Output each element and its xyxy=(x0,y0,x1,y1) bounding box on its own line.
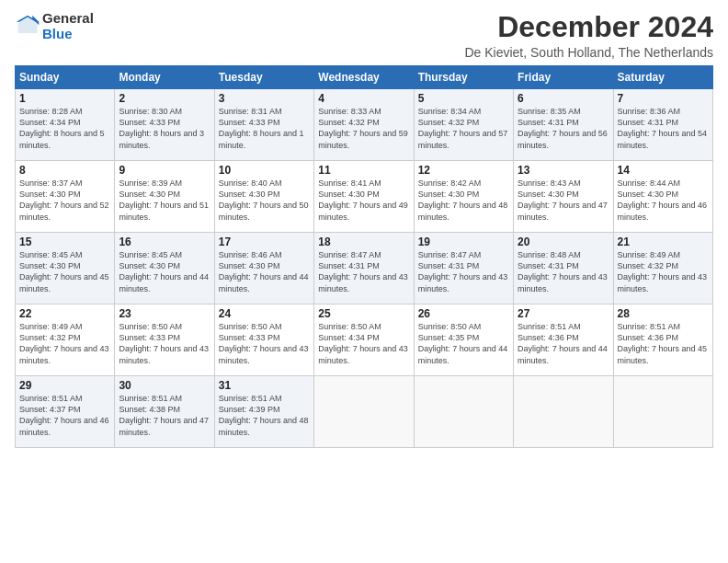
day-info: Sunrise: 8:50 AM Sunset: 4:33 PM Dayligh… xyxy=(219,321,310,366)
day-info: Sunrise: 8:45 AM Sunset: 4:30 PM Dayligh… xyxy=(19,249,110,294)
day-number: 5 xyxy=(418,92,509,105)
daylight: Daylight: 7 hours and 43 minutes. xyxy=(19,344,109,364)
daylight: Daylight: 7 hours and 46 minutes. xyxy=(19,416,109,436)
day-cell: 3 Sunrise: 8:31 AM Sunset: 4:33 PM Dayli… xyxy=(214,89,313,161)
day-number: 28 xyxy=(618,307,709,320)
sunset: Sunset: 4:32 PM xyxy=(418,118,480,127)
day-cell: 17 Sunrise: 8:46 AM Sunset: 4:30 PM Dayl… xyxy=(214,233,313,304)
day-cell: 1 Sunrise: 8:28 AM Sunset: 4:34 PM Dayli… xyxy=(16,89,115,161)
day-cell: 27 Sunrise: 8:51 AM Sunset: 4:36 PM Dayl… xyxy=(514,304,613,376)
header-monday: Monday xyxy=(115,66,214,89)
sunset: Sunset: 4:34 PM xyxy=(19,118,81,127)
day-info: Sunrise: 8:45 AM Sunset: 4:30 PM Dayligh… xyxy=(119,249,210,294)
daylight: Daylight: 7 hours and 43 minutes. xyxy=(518,272,608,293)
day-cell: 24 Sunrise: 8:50 AM Sunset: 4:33 PM Dayl… xyxy=(214,304,313,376)
sunrise: Sunrise: 8:50 AM xyxy=(119,322,182,331)
day-number: 29 xyxy=(19,379,110,392)
sunset: Sunset: 4:30 PM xyxy=(119,190,180,199)
sunset: Sunset: 4:31 PM xyxy=(318,261,380,270)
daylight: Daylight: 7 hours and 52 minutes. xyxy=(19,201,109,221)
day-cell: 19 Sunrise: 8:47 AM Sunset: 4:31 PM Dayl… xyxy=(414,233,513,304)
day-number: 27 xyxy=(518,307,609,320)
sunset: Sunset: 4:39 PM xyxy=(219,405,280,414)
day-number: 1 xyxy=(19,92,110,105)
daylight: Daylight: 7 hours and 46 minutes. xyxy=(618,201,708,221)
sunrise: Sunrise: 8:36 AM xyxy=(618,107,681,116)
sunrise: Sunrise: 8:51 AM xyxy=(518,322,581,331)
daylight: Daylight: 7 hours and 48 minutes. xyxy=(219,416,309,436)
day-number: 22 xyxy=(19,307,110,320)
daylight: Daylight: 7 hours and 47 minutes. xyxy=(119,416,209,436)
sunset: Sunset: 4:32 PM xyxy=(19,333,81,342)
header-row: Sunday Monday Tuesday Wednesday Thursday… xyxy=(16,66,713,89)
header-wednesday: Wednesday xyxy=(314,66,414,89)
logo: General Blue xyxy=(15,11,94,41)
daylight: Daylight: 7 hours and 50 minutes. xyxy=(219,201,309,221)
calendar-subtitle: De Kieviet, South Holland, The Netherlan… xyxy=(464,45,713,60)
sunset: Sunset: 4:32 PM xyxy=(318,118,380,127)
daylight: Daylight: 7 hours and 59 minutes. xyxy=(318,129,408,149)
day-info: Sunrise: 8:43 AM Sunset: 4:30 PM Dayligh… xyxy=(518,178,609,223)
day-cell xyxy=(613,376,712,448)
day-info: Sunrise: 8:51 AM Sunset: 4:37 PM Dayligh… xyxy=(19,393,110,438)
day-number: 21 xyxy=(618,236,709,248)
day-cell: 11 Sunrise: 8:41 AM Sunset: 4:30 PM Dayl… xyxy=(314,161,414,233)
sunrise: Sunrise: 8:47 AM xyxy=(418,250,482,259)
day-cell: 4 Sunrise: 8:33 AM Sunset: 4:32 PM Dayli… xyxy=(314,89,414,161)
sunset: Sunset: 4:30 PM xyxy=(219,261,280,270)
sunset: Sunset: 4:30 PM xyxy=(219,190,280,199)
day-info: Sunrise: 8:51 AM Sunset: 4:38 PM Dayligh… xyxy=(119,393,210,438)
sunrise: Sunrise: 8:51 AM xyxy=(219,394,282,403)
sunset: Sunset: 4:31 PM xyxy=(418,261,480,270)
sunrise: Sunrise: 8:51 AM xyxy=(618,322,681,331)
sunrise: Sunrise: 8:50 AM xyxy=(219,322,282,331)
sunset: Sunset: 4:35 PM xyxy=(418,333,480,342)
week-row-5: 29 Sunrise: 8:51 AM Sunset: 4:37 PM Dayl… xyxy=(16,376,713,448)
sunrise: Sunrise: 8:31 AM xyxy=(219,107,282,116)
header-thursday: Thursday xyxy=(414,66,513,89)
day-number: 2 xyxy=(119,92,210,105)
day-cell: 29 Sunrise: 8:51 AM Sunset: 4:37 PM Dayl… xyxy=(16,376,115,448)
daylight: Daylight: 7 hours and 44 minutes. xyxy=(418,344,508,364)
day-number: 30 xyxy=(119,379,210,392)
daylight: Daylight: 7 hours and 45 minutes. xyxy=(618,344,708,364)
day-number: 31 xyxy=(219,379,310,392)
day-cell xyxy=(514,376,613,448)
day-number: 16 xyxy=(119,236,210,248)
sunset: Sunset: 4:30 PM xyxy=(418,190,480,199)
day-cell: 31 Sunrise: 8:51 AM Sunset: 4:39 PM Dayl… xyxy=(214,376,313,448)
day-number: 6 xyxy=(518,92,609,105)
day-cell: 28 Sunrise: 8:51 AM Sunset: 4:36 PM Dayl… xyxy=(613,304,712,376)
sunset: Sunset: 4:30 PM xyxy=(19,190,81,199)
daylight: Daylight: 8 hours and 3 minutes. xyxy=(119,129,204,149)
daylight: Daylight: 7 hours and 56 minutes. xyxy=(518,129,608,149)
sunrise: Sunrise: 8:34 AM xyxy=(418,107,482,116)
sunset: Sunset: 4:31 PM xyxy=(518,118,579,127)
day-cell: 30 Sunrise: 8:51 AM Sunset: 4:38 PM Dayl… xyxy=(115,376,214,448)
daylight: Daylight: 8 hours and 1 minute. xyxy=(219,129,304,149)
daylight: Daylight: 7 hours and 57 minutes. xyxy=(418,129,508,149)
daylight: Daylight: 7 hours and 44 minutes. xyxy=(219,272,309,293)
day-cell: 21 Sunrise: 8:49 AM Sunset: 4:32 PM Dayl… xyxy=(613,233,712,304)
day-cell: 2 Sunrise: 8:30 AM Sunset: 4:33 PM Dayli… xyxy=(115,89,214,161)
day-info: Sunrise: 8:47 AM Sunset: 4:31 PM Dayligh… xyxy=(318,249,409,294)
sunrise: Sunrise: 8:42 AM xyxy=(418,178,482,188)
sunrise: Sunrise: 8:39 AM xyxy=(119,178,182,188)
sunrise: Sunrise: 8:33 AM xyxy=(318,107,381,116)
day-number: 19 xyxy=(418,236,509,248)
sunset: Sunset: 4:34 PM xyxy=(318,333,380,342)
day-cell: 23 Sunrise: 8:50 AM Sunset: 4:33 PM Dayl… xyxy=(115,304,214,376)
daylight: Daylight: 7 hours and 44 minutes. xyxy=(518,344,608,364)
day-info: Sunrise: 8:51 AM Sunset: 4:36 PM Dayligh… xyxy=(518,321,609,366)
day-info: Sunrise: 8:42 AM Sunset: 4:30 PM Dayligh… xyxy=(418,178,509,223)
day-info: Sunrise: 8:49 AM Sunset: 4:32 PM Dayligh… xyxy=(19,321,110,366)
sunset: Sunset: 4:37 PM xyxy=(19,405,81,414)
sunset: Sunset: 4:33 PM xyxy=(219,333,280,342)
day-number: 24 xyxy=(219,307,310,320)
day-cell: 18 Sunrise: 8:47 AM Sunset: 4:31 PM Dayl… xyxy=(314,233,414,304)
day-info: Sunrise: 8:50 AM Sunset: 4:34 PM Dayligh… xyxy=(318,321,409,366)
daylight: Daylight: 7 hours and 44 minutes. xyxy=(119,272,209,293)
daylight: Daylight: 7 hours and 51 minutes. xyxy=(119,201,209,221)
sunrise: Sunrise: 8:46 AM xyxy=(219,250,282,259)
sunset: Sunset: 4:30 PM xyxy=(618,190,679,199)
